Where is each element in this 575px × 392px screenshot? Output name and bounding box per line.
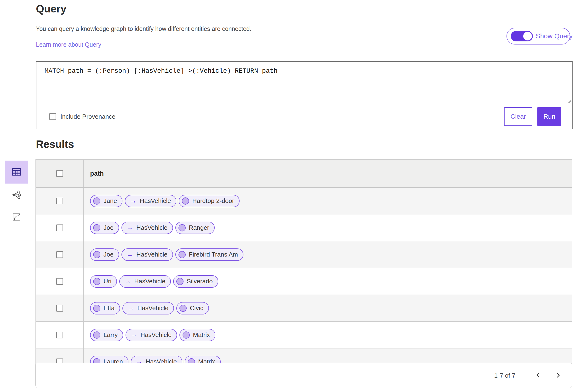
pagination-bar: 1-7 of 7	[35, 363, 572, 388]
entity-node-icon	[93, 251, 100, 258]
results-title: Results	[36, 138, 74, 150]
entity-node-icon	[93, 278, 100, 285]
header-path-cell: path	[84, 160, 572, 187]
table-row: Etta →HasVehicle Civic	[36, 295, 572, 322]
page-title: Query	[36, 3, 66, 15]
select-all-checkbox[interactable]	[56, 170, 63, 177]
table-row: Larry →HasVehicle Matrix	[36, 322, 572, 348]
learn-more-link[interactable]: Learn more about Query	[36, 41, 101, 48]
include-provenance-checkbox[interactable]	[49, 113, 56, 120]
relationship-chip[interactable]: →HasVehicle	[125, 195, 176, 207]
relationship-arrow-icon: →	[126, 224, 133, 231]
include-provenance-label: Include Provenance	[60, 113, 116, 120]
resize-handle[interactable]	[567, 99, 571, 103]
toggle-knob	[523, 32, 532, 41]
table-row: Joe →HasVehicle Firebird Trans Am	[36, 241, 572, 268]
relationship-arrow-icon: →	[126, 251, 133, 258]
entity-chip[interactable]: Joe	[90, 222, 119, 234]
relationship-chip[interactable]: →HasVehicle	[121, 248, 173, 261]
table-row: Joe →HasVehicle Ranger	[36, 215, 572, 241]
show-query-label: Show Query	[536, 32, 573, 40]
graph-view-button[interactable]	[9, 188, 24, 202]
relationship-arrow-icon: →	[131, 332, 137, 338]
show-query-toggle[interactable]: Show Query	[506, 28, 570, 44]
row-checkbox[interactable]	[56, 305, 63, 312]
entity-node-icon	[178, 251, 186, 258]
table-view-button[interactable]	[5, 161, 28, 184]
entity-chip[interactable]: Ranger	[175, 222, 215, 234]
relationship-chip[interactable]: →HasVehicle	[121, 222, 173, 234]
map-icon	[12, 213, 21, 222]
row-checkbox[interactable]	[56, 332, 63, 338]
chevron-left-icon	[535, 372, 541, 379]
relationship-chip[interactable]: →HasVehicle	[122, 302, 174, 314]
relationship-chip[interactable]: →HasVehicle	[125, 329, 177, 341]
entity-node-icon	[93, 224, 100, 231]
page-description: You can query a knowledge graph to ident…	[36, 25, 251, 32]
run-button[interactable]: Run	[537, 107, 561, 126]
next-page-button[interactable]	[554, 371, 562, 380]
clear-button[interactable]: Clear	[504, 107, 532, 126]
relationship-chip[interactable]: →HasVehicle	[119, 275, 171, 288]
entity-node-icon	[179, 305, 187, 312]
entity-chip[interactable]: Matrix	[179, 329, 216, 341]
row-checkbox[interactable]	[56, 278, 63, 285]
header-checkbox-cell	[36, 160, 84, 187]
graph-icon	[12, 190, 21, 200]
query-footer: Include Provenance Clear Run	[36, 104, 572, 129]
relationship-arrow-icon: →	[124, 278, 131, 284]
path-column-header: path	[90, 170, 104, 177]
entity-node-icon	[183, 331, 190, 339]
toggle-switch[interactable]	[511, 31, 533, 42]
entity-chip[interactable]: Jane	[90, 195, 122, 207]
entity-node-icon	[176, 278, 184, 285]
relationship-arrow-icon: →	[130, 198, 136, 204]
entity-node-icon	[182, 197, 189, 205]
query-editor: MATCH path = (:Person)-[:HasVehicle]->(:…	[36, 62, 572, 104]
query-input[interactable]: MATCH path = (:Person)-[:HasVehicle]->(:…	[36, 62, 572, 104]
entity-node-icon	[93, 305, 100, 312]
chevron-right-icon	[555, 372, 561, 379]
table-header-row: path	[36, 160, 572, 188]
entity-node-icon	[93, 331, 100, 339]
map-view-button[interactable]	[9, 210, 24, 225]
entity-chip[interactable]: Larry	[90, 329, 123, 341]
query-panel: MATCH path = (:Person)-[:HasVehicle]->(:…	[36, 61, 573, 129]
table-row: Uri →HasVehicle Silverado	[36, 268, 572, 295]
row-checkbox[interactable]	[56, 251, 63, 258]
pagination-range: 1-7 of 7	[494, 372, 515, 379]
entity-chip[interactable]: Etta	[90, 302, 120, 314]
entity-chip[interactable]: Civic	[176, 302, 209, 314]
table-row: Jane →HasVehicle Hardtop 2-door	[36, 188, 572, 215]
entity-node-icon	[178, 224, 186, 231]
entity-chip[interactable]: Firebird Trans Am	[175, 248, 243, 261]
relationship-arrow-icon: →	[127, 305, 134, 311]
row-checkbox[interactable]	[56, 224, 63, 231]
entity-chip[interactable]: Silverado	[173, 275, 218, 288]
results-table: path Jane →HasVehicle Hardtop 2-door Joe…	[35, 159, 572, 375]
query-page: Query You can query a knowledge graph to…	[0, 0, 575, 392]
row-checkbox[interactable]	[56, 198, 63, 204]
table-icon	[12, 167, 21, 177]
previous-page-button[interactable]	[534, 371, 543, 380]
entity-chip[interactable]: Joe	[90, 248, 119, 261]
entity-chip[interactable]: Hardtop 2-door	[179, 195, 240, 207]
entity-node-icon	[93, 197, 100, 205]
entity-chip[interactable]: Uri	[90, 275, 117, 288]
